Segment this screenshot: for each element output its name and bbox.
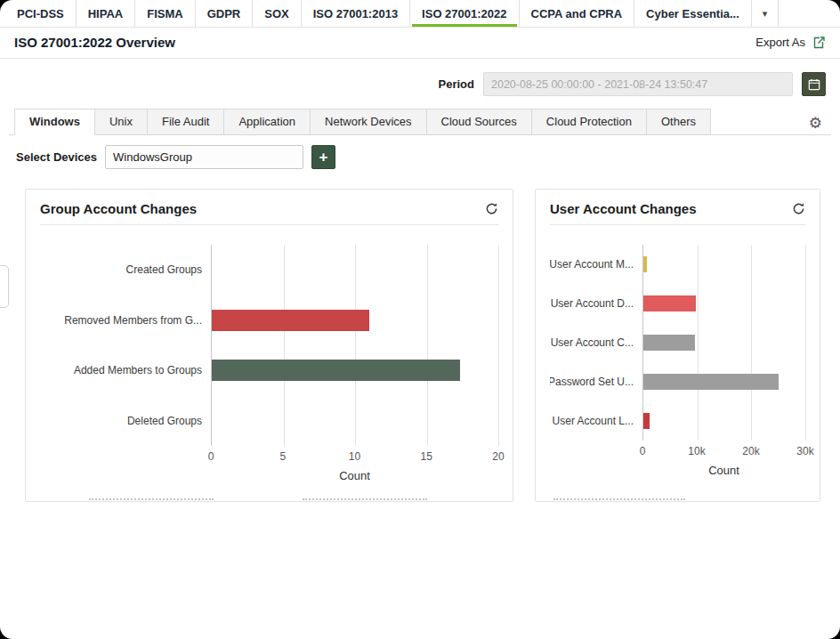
bar-row: [643, 245, 805, 284]
x-tick-30k: 30k: [796, 445, 813, 457]
export-as-label: Export As: [755, 36, 805, 49]
bar-row: [643, 284, 805, 323]
device-tab-file-audit[interactable]: File Audit: [148, 109, 224, 135]
x-tick-labels: 010k20k30k: [642, 441, 805, 458]
bar-row: [212, 396, 498, 447]
category-label-added-members-to-groups: Added Members to Groups: [40, 345, 211, 396]
export-as-button[interactable]: Export As: [755, 36, 826, 50]
category-label-deleted-groups: Deleted Groups: [40, 396, 211, 447]
x-tick-20k: 20k: [742, 445, 759, 457]
side-panel-handle[interactable]: [0, 265, 9, 308]
top-tab-cyber-essentia[interactable]: Cyber Essentia...: [634, 0, 752, 27]
top-tab-hipaa[interactable]: HIPAA: [77, 0, 135, 27]
top-tab-ccpa-and-cpra[interactable]: CCPA and CPRA: [520, 0, 635, 27]
y-axis-labels: Created GroupsRemoved Members from G...A…: [40, 245, 211, 446]
x-tick-10k: 10k: [688, 445, 705, 457]
top-tab-gdpr[interactable]: GDPR: [196, 0, 254, 27]
compliance-tab-bar: PCI-DSSHIPAAFISMAGDPRSOXISO 27001:2013IS…: [0, 0, 840, 28]
x-axis-title-row: Count: [550, 464, 805, 477]
card-header: Group Account Changes: [40, 190, 498, 225]
select-devices-label: Select Devices: [16, 150, 97, 164]
category-label-user-account-c: User Account C...: [550, 323, 642, 362]
period-label: Period: [439, 77, 474, 91]
calendar-button[interactable]: [802, 72, 826, 96]
page-header: ISO 27001:2022 Overview Export As: [0, 28, 840, 59]
bar-row: [643, 362, 805, 401]
device-tab-network-devices[interactable]: Network Devices: [311, 109, 427, 135]
x-axis-title-row: Count: [40, 469, 498, 482]
bar-row: [643, 401, 805, 441]
top-tab-fisma[interactable]: FISMA: [135, 0, 195, 27]
x-axis-title: Count: [642, 464, 805, 477]
app-window: PCI-DSSHIPAAFISMAGDPRSOXISO 27001:2013IS…: [0, 0, 840, 639]
device-tabs-row: WindowsUnixFile AuditApplicationNetwork …: [9, 109, 831, 135]
add-device-button[interactable]: +: [311, 145, 335, 169]
chart-title: Group Account Changes: [40, 201, 197, 216]
device-tab-cloud-protection[interactable]: Cloud Protection: [532, 109, 647, 135]
x-tick-labels: 05101520: [211, 446, 498, 464]
bar-chart: Created GroupsRemoved Members from G...A…: [40, 245, 498, 446]
gridline: [498, 245, 499, 446]
export-icon: [812, 36, 826, 50]
bar-row: [212, 345, 498, 396]
bar-rows: [643, 245, 805, 441]
bar-password-set-u[interactable]: [643, 374, 779, 390]
period-input[interactable]: [483, 72, 793, 96]
bar-row: [643, 323, 805, 362]
bar-added-members-to-groups[interactable]: [212, 360, 460, 381]
category-label-removed-members-from-g: Removed Members from G...: [40, 295, 211, 346]
placeholder-line: [303, 498, 427, 500]
category-label-user-account-d: User Account D...: [550, 284, 642, 323]
charts-area: Group Account Changes Created GroupsRemo…: [0, 189, 840, 502]
device-tab-cloud-sources[interactable]: Cloud Sources: [427, 109, 532, 135]
select-devices-input[interactable]: [105, 145, 303, 169]
refresh-icon[interactable]: [485, 202, 498, 215]
bar-user-account-d[interactable]: [643, 295, 696, 311]
chart-title: User Account Changes: [550, 201, 696, 216]
category-label-created-groups: Created Groups: [40, 245, 211, 295]
device-tab-windows[interactable]: Windows: [14, 109, 95, 135]
placeholder-line: [553, 498, 685, 500]
x-tick-0: 0: [208, 450, 214, 463]
x-tick-0: 0: [640, 445, 646, 457]
gridline: [805, 245, 806, 441]
group-account-changes-card: Group Account Changes Created GroupsRemo…: [25, 189, 513, 502]
period-row: Period: [0, 59, 840, 105]
bar-user-account-m[interactable]: [643, 256, 647, 272]
x-tick-5: 5: [279, 450, 286, 463]
category-label-password-set-u: Password Set U...: [550, 362, 642, 401]
refresh-icon[interactable]: [792, 202, 805, 215]
category-label-user-account-m: User Account M...: [550, 245, 642, 284]
x-axis-title: Count: [211, 469, 498, 482]
category-label-user-account-l: User Account L...: [550, 401, 642, 441]
top-tab-pci-dss[interactable]: PCI-DSS: [5, 0, 77, 27]
bar-row: [212, 245, 498, 295]
settings-gear-icon[interactable]: ⚙: [809, 116, 822, 131]
x-tick-10: 10: [349, 450, 360, 463]
bar-user-account-l[interactable]: [643, 413, 650, 429]
placeholder-line: [89, 498, 214, 500]
device-tab-strip: WindowsUnixFile AuditApplicationNetwork …: [14, 109, 802, 135]
more-tabs-caret[interactable]: ▾: [752, 0, 779, 27]
bar-user-account-c[interactable]: [643, 335, 695, 351]
card-header: User Account Changes: [550, 190, 805, 225]
y-axis-labels: User Account M...User Account D...User A…: [550, 245, 642, 441]
device-tab-others[interactable]: Others: [647, 109, 711, 135]
top-tab-iso-27001-2022[interactable]: ISO 27001:2022: [410, 0, 519, 27]
select-devices-row: Select Devices +: [16, 145, 824, 169]
top-tab-sox[interactable]: SOX: [253, 0, 301, 27]
plot-area: [211, 245, 498, 446]
bar-chart: User Account M...User Account D...User A…: [550, 245, 805, 441]
top-tab-iso-27001-2013[interactable]: ISO 27001:2013: [302, 0, 410, 27]
device-tab-application[interactable]: Application: [224, 109, 311, 135]
bar-removed-members-from-g[interactable]: [212, 310, 369, 331]
bar-rows: [212, 245, 498, 446]
x-axis: 05101520: [40, 446, 498, 464]
plot-area: [642, 245, 805, 441]
x-axis: 010k20k30k: [550, 441, 805, 458]
device-tab-unix[interactable]: Unix: [95, 109, 148, 135]
page-title: ISO 27001:2022 Overview: [14, 35, 175, 50]
bar-row: [212, 295, 498, 346]
x-tick-20: 20: [492, 450, 504, 463]
calendar-icon: [808, 78, 820, 91]
